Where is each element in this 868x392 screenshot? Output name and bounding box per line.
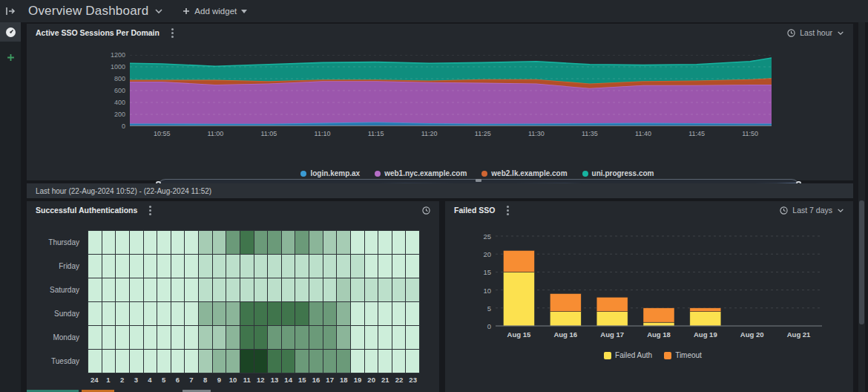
expand-arrow-icon (5, 7, 16, 16)
plus-icon (183, 7, 190, 15)
heatmap-cell (351, 278, 364, 301)
sidebar-item-dashboard[interactable] (0, 22, 21, 42)
heatmap-cell (157, 255, 171, 278)
heatmap-cell (406, 326, 419, 349)
bar-x-axis-label: Aug 18 (638, 330, 680, 339)
bar-y-axis-tick-label: 15 (469, 268, 491, 276)
heatmap-cell (213, 231, 226, 254)
y-axis-tick-label: 1200 (96, 51, 125, 59)
heatmap-column-label: 13 (268, 376, 282, 384)
heatmap-column-label: 20 (364, 376, 378, 384)
heatmap-cell (254, 350, 268, 373)
add-widget-button[interactable]: Add widget (183, 7, 247, 16)
heatmap-cell (213, 326, 226, 349)
widget-menu-icon[interactable] (507, 209, 509, 212)
chevron-down-icon (837, 208, 844, 213)
heatmap-row-label: Thursday (27, 230, 85, 254)
heatmap-cell (185, 278, 198, 301)
heatmap-cell (351, 326, 364, 349)
heatmap-column-label: 9 (212, 376, 226, 384)
heatmap-cell (144, 231, 157, 254)
navigator-grip[interactable] (476, 179, 481, 182)
heatmap-cell (157, 278, 171, 301)
heatmap-cell (337, 278, 350, 301)
heatmap-cell (351, 302, 364, 325)
legend-label: uni.progress.com (592, 169, 654, 177)
heatmap-cell (337, 255, 350, 278)
heatmap-cell (295, 350, 309, 373)
time-range-selector[interactable]: Last 7 days (780, 206, 844, 215)
heatmap-cell (240, 278, 254, 301)
heatmap-cell (88, 278, 102, 301)
heatmap-cell (406, 350, 419, 373)
heatmap-cell (378, 278, 392, 301)
heatmap-cell (323, 278, 337, 301)
bar-y-axis-tick-label: 0 (469, 322, 491, 330)
heatmap-cell (337, 350, 350, 373)
heatmap-cell (157, 350, 171, 373)
time-range-label: Last hour (800, 28, 832, 37)
heatmap-cell (351, 255, 364, 278)
sidebar-item-add[interactable] (0, 48, 21, 67)
heatmap-column-label: 22 (392, 376, 407, 384)
y-axis-tick-label: 800 (96, 75, 125, 82)
heatmap-column-label: 7 (185, 376, 199, 384)
legend-label: web1.nyc.example.com (384, 169, 467, 177)
legend-dot (582, 171, 588, 177)
heatmap-cell (240, 326, 254, 349)
heatmap-cell (213, 255, 226, 278)
sso-area-chart[interactable] (130, 55, 772, 126)
heatmap-cell (116, 326, 129, 349)
time-range-selector[interactable] (422, 206, 430, 215)
authentications-heatmap[interactable] (88, 230, 420, 373)
legend-dot (300, 171, 306, 177)
heatmap-cell (295, 231, 309, 254)
heatmap-cell (406, 231, 419, 254)
widget-successful-authentications: Successful Authentications ThursdayFrida… (27, 201, 439, 392)
heatmap-cell (240, 302, 254, 325)
failed-sso-bar-chart[interactable] (496, 232, 822, 327)
heatmap-cell (268, 326, 281, 349)
heatmap-cell (116, 278, 129, 301)
heatmap-cell (365, 255, 378, 278)
widget-menu-icon[interactable] (149, 209, 151, 212)
x-axis-tick-label: 11:10 (306, 130, 340, 137)
sidebar (0, 22, 21, 392)
heatmap-cell (406, 302, 419, 325)
heatmap-cell (130, 231, 143, 254)
heatmap-cell (226, 255, 240, 278)
page-scrollbar-thumb[interactable] (859, 200, 864, 324)
bar-y-axis-tick-label: 10 (469, 287, 491, 295)
dashboard-chevron-down-icon[interactable] (154, 8, 163, 14)
heatmap-cell (213, 278, 226, 301)
heatmap-cell (365, 278, 378, 301)
y-axis-tick-label: 400 (96, 99, 125, 106)
widget-menu-icon[interactable] (171, 32, 174, 34)
heatmap-cell (378, 255, 392, 278)
heatmap-row-label: Saturday (27, 278, 85, 301)
heatmap-column-label: 24 (88, 376, 102, 384)
heatmap-column-label: 23 (406, 376, 420, 384)
heatmap-cell (130, 302, 143, 325)
bar-x-axis-label: Aug 16 (545, 330, 586, 339)
heatmap-cell (130, 326, 143, 349)
sidebar-expand-icon[interactable] (0, 0, 21, 22)
heatmap-cell (282, 302, 295, 325)
heatmap-cell (365, 326, 378, 349)
page-title: Overview Dashboard (28, 4, 148, 19)
x-axis-tick-label: 11:35 (573, 130, 607, 137)
bar-y-axis-tick-label: 5 (469, 304, 491, 313)
heatmap-cell (351, 350, 364, 373)
time-range-footer-label: Last hour (22-Aug-2024 10:52) - (22-Aug-… (36, 187, 211, 195)
y-axis-tick-label: 600 (96, 87, 125, 94)
heatmap-cell (144, 326, 157, 349)
heatmap-cell (171, 231, 185, 254)
page-scrollbar[interactable] (858, 22, 865, 392)
heatmap-cell (144, 302, 157, 325)
time-range-selector[interactable]: Last hour (787, 28, 844, 37)
heatmap-cell (157, 231, 171, 254)
heatmap-cell (240, 350, 254, 373)
heatmap-row-label: Sunday (27, 302, 85, 326)
heatmap-cell (392, 326, 406, 349)
x-axis-tick-label: 11:45 (680, 130, 714, 137)
